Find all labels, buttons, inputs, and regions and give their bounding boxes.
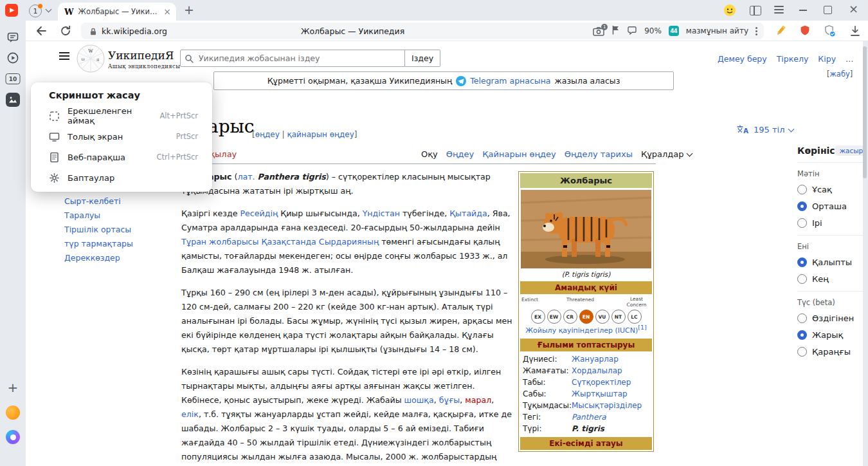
read-aloud-icon[interactable]: 44 [669, 26, 679, 36]
iucn-code-active: EN [579, 310, 593, 324]
read-aloud-label[interactable]: мазмұнын айту [686, 26, 748, 35]
search-input-box[interactable] [180, 50, 405, 67]
tab-list-chevron-icon[interactable] [46, 6, 52, 13]
toc-item[interactable]: Дереккөздер [64, 251, 133, 265]
alice-assistant-icon[interactable] [6, 430, 20, 444]
mood-smiley-icon[interactable] [723, 3, 737, 20]
screenshot-tool-icon[interactable] [6, 93, 20, 107]
browser-tab[interactable]: W Жолбарыс — Уикипед... × [58, 3, 176, 21]
search-button[interactable]: Іздеу [405, 50, 440, 67]
radio-option-width-wide[interactable]: Кең [797, 274, 863, 284]
wiki-header-links: Демеу беру Тіркелу Кіру … [718, 54, 854, 64]
menu-item-full-screen[interactable]: Толық экран PrtScr [31, 126, 212, 147]
url-text[interactable]: kk.wikipedia.org [102, 26, 167, 36]
chat-icon[interactable] [6, 31, 19, 46]
wiki-menu-icon[interactable] [59, 52, 69, 62]
paragraph: Қазіргі кезде Ресейдің Қиыр шығысында, Ү… [181, 207, 516, 277]
taxonomy-row: Түрі:P. tigris [520, 423, 652, 434]
language-icon: A [736, 125, 749, 135]
radio-option-color-light[interactable]: Жарық [797, 330, 863, 340]
header-more-icon[interactable]: … [845, 54, 854, 64]
counter-badge[interactable]: 10 [6, 73, 21, 84]
toc-item[interactable]: Тіршілік ортасы [64, 223, 133, 237]
tab-edit-source[interactable]: Қайнарын өңдеу [482, 149, 556, 159]
telegram-banner: Құрметті оқырман, қазақша Уикипедияның T… [213, 71, 674, 90]
appearance-panel: Көрініс жасыру Мәтін Ұсақ Орташа Ірі Ені… [797, 145, 863, 364]
paragraph: Жолбарыс (лат. Panthera tigris) – сүтқор… [181, 170, 516, 198]
wiki-search: Іздеу [180, 50, 440, 67]
menu-item-web-page[interactable]: Веб-парақша Ctrl+PrtScr [31, 147, 212, 167]
radio-option-color-auto[interactable]: Өздігінен [797, 313, 863, 323]
lock-icon[interactable] [89, 26, 98, 39]
browser-menu-icon[interactable] [774, 6, 784, 15]
toc-item[interactable]: Таралуы [64, 209, 133, 223]
address-bar[interactable]: kk.wikipedia.org Жолбарыс — Уикипедия 1 … [81, 23, 764, 39]
add-panel-icon[interactable]: + [8, 380, 19, 395]
address-bar-actions: 1 90% 44 мазмұнын айту [593, 23, 757, 39]
radio-option-text-standard[interactable]: Орташа [797, 201, 863, 211]
tools-dropdown[interactable]: Құралдар [641, 149, 692, 159]
bookmark-flag-icon[interactable] [611, 25, 620, 37]
titlebar: 1 W Жолбарыс — Уикипед... × + × [0, 0, 868, 21]
back-button[interactable] [33, 23, 49, 39]
side-panel-toggle-icon[interactable] [750, 6, 761, 15]
radio-option-width-standard[interactable]: Қалыпты [797, 257, 863, 267]
camera-badge: 1 [601, 24, 608, 30]
editor-pencil-icon[interactable] [773, 23, 788, 39]
language-count: 195 тіл [754, 125, 784, 135]
browser-window: 1 W Жолбарыс — Уикипед... × + × 10 [0, 0, 868, 466]
radio-option-text-small[interactable]: Ұсақ [797, 185, 863, 194]
wikipedia-logo[interactable]: WΩЯ [76, 44, 105, 75]
banner-close-link[interactable]: [жабу] [827, 70, 853, 79]
certificate-shield-icon[interactable] [822, 23, 837, 39]
screenshot-camera-icon[interactable]: 1 [593, 26, 604, 36]
menu-item-selected-area[interactable]: Ерекшеленген аймақ Alt+PrtScr [31, 106, 212, 126]
music-service-icon[interactable] [6, 405, 20, 420]
taxonomy-table: Дүниесі:Жануарлар Жамағаты:Хордалылар Та… [520, 353, 652, 434]
iucn-code: CR [563, 310, 577, 324]
iucn-status-link[interactable]: Жойылу қауіпіндегілер (IUCN)[1] [520, 326, 652, 335]
address-bar-kebab-icon[interactable] [755, 27, 757, 35]
tab-history[interactable]: Өңделу тарихы [565, 149, 633, 159]
downloads-icon[interactable] [847, 23, 863, 39]
tab-edit[interactable]: Өңдеу [446, 149, 475, 159]
zoom-level[interactable]: 90% [644, 26, 662, 35]
donate-link[interactable]: Демеу беру [718, 54, 767, 64]
page-title-in-bar: Жолбарыс — Уикипедия [301, 26, 404, 36]
menu-item-settings[interactable]: Баптаулар [31, 167, 212, 188]
screenshot-menu-title: Скриншот жасау [49, 90, 212, 100]
window-minimize-button[interactable] [799, 10, 807, 11]
search-icon [185, 54, 194, 63]
video-play-icon[interactable] [6, 51, 19, 67]
tab-group-counter[interactable]: 1 [29, 5, 42, 17]
register-link[interactable]: Тіркелу [777, 54, 809, 64]
new-tab-button[interactable]: + [184, 3, 194, 17]
window-close-button[interactable]: × [849, 2, 858, 15]
taxonomy-row: Сабы:Жыртқыштар [520, 388, 652, 400]
tab-read[interactable]: Оқу [421, 149, 438, 159]
svg-text:Я: Я [96, 57, 100, 62]
title-edit-links[interactable]: [өңдеу | қайнарын өңдеу] [252, 130, 357, 139]
reload-button[interactable] [58, 23, 73, 39]
tab-close-icon[interactable]: × [163, 6, 171, 17]
radio-option-text-large[interactable]: Ірі [797, 218, 863, 228]
taxonomy-row: Табы:Сүтқоректілер [520, 377, 652, 388]
appearance-group-label: Түс (beta) [797, 291, 863, 307]
appearance-hide-button[interactable]: жасыру [835, 145, 863, 156]
login-link[interactable]: Кіру [818, 54, 836, 64]
radio-option-color-dark[interactable]: Қараңғы [797, 347, 863, 357]
telegram-channel-link[interactable]: Telegram арнасына [470, 76, 550, 86]
protect-shield-icon[interactable] [797, 23, 813, 39]
window-maximize-button[interactable] [824, 6, 832, 14]
language-selector[interactable]: A 195 тіл [736, 125, 793, 135]
banner-text-post: жазыла аласыз [555, 76, 620, 86]
toc-item[interactable]: түр тармақтары [64, 237, 133, 251]
search-input[interactable] [197, 53, 393, 64]
toc-item[interactable]: Сырт-келбеті [64, 194, 133, 209]
wiki-wordmark[interactable]: УикипедиЯ [108, 49, 174, 62]
tiger-image[interactable] [521, 190, 651, 268]
page-scrollbar[interactable] [863, 46, 867, 178]
yandex-logo-icon[interactable] [5, 4, 18, 17]
comment-bubble-icon[interactable] [627, 25, 637, 37]
binomial-header: Екі-есімді атауы [520, 437, 652, 450]
